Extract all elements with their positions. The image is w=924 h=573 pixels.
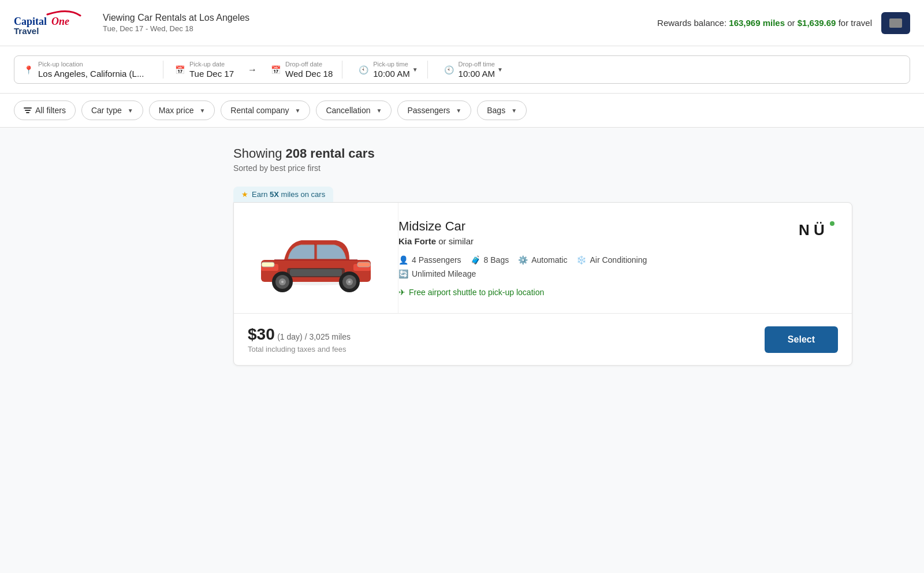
passengers-dropdown-icon: ▼ (456, 107, 461, 114)
results-count: Showing 208 rental cars (233, 146, 852, 161)
rewards-amount: $1,639.69 (798, 18, 836, 28)
dropoff-date-value: Wed Dec 18 (285, 69, 333, 79)
svg-text:Capital: Capital (14, 16, 47, 27)
svg-text:One: One (51, 16, 69, 27)
pickup-date-info: Pick-up date Tue Dec 17 (189, 61, 234, 79)
all-filters-label: All filters (35, 106, 66, 115)
passengers-button[interactable]: Passengers ▼ (397, 101, 471, 120)
rental-company-dropdown-icon: ▼ (295, 107, 301, 114)
ac-value: Air Conditioning (590, 255, 647, 265)
main-content: Showing 208 rental cars Sorted by best p… (58, 128, 866, 384)
price-block: $30 (1 day) / 3,025 miles Total includin… (248, 325, 351, 354)
filter-lines-icon (24, 107, 32, 113)
rewards-miles: 163,969 miles (729, 18, 785, 28)
svg-point-14 (281, 281, 284, 283)
dropoff-time-dropdown-icon: ▼ (497, 66, 503, 73)
cancellation-dropdown-icon: ▼ (376, 107, 382, 114)
header-title: Viewing Car Rentals at Los Angeles (103, 13, 249, 23)
results-prefix: Showing (233, 146, 286, 161)
max-price-dropdown-icon: ▼ (199, 107, 205, 114)
dropoff-time-info: Drop-off time 10:00 AM (459, 61, 495, 79)
car-details: Midsize Car Kia Forte or similar N Ü (398, 203, 852, 313)
shuttle-text: Free airport shuttle to pick-up location (409, 288, 544, 297)
mileage-value: Unlimited Mileage (412, 269, 476, 278)
pickup-location-label: Pick-up location (38, 61, 154, 68)
pickup-location-field[interactable]: 📍 Pick-up location Los Angeles, Californ… (24, 61, 163, 79)
select-button[interactable]: Select (765, 326, 838, 353)
header-dates: Tue, Dec 17 - Wed, Dec 18 (103, 24, 249, 33)
shuttle-icon: ✈ (398, 288, 405, 297)
bags-value: 8 Bags (484, 255, 509, 265)
rental-company-label: Rental company (230, 106, 289, 115)
car-type-dropdown-icon: ▼ (128, 107, 133, 114)
pickup-location-info: Pick-up location Los Angeles, California… (38, 61, 154, 79)
svg-rect-10 (290, 269, 342, 276)
header-right: Rewards balance: 163,969 miles or $1,639… (657, 12, 910, 34)
max-price-button[interactable]: Max price ▼ (149, 101, 215, 120)
dropoff-time-field[interactable]: 🕙 Drop-off time 10:00 AM ▼ (435, 61, 512, 79)
dropoff-time-label: Drop-off time (459, 61, 495, 68)
filters-bar: All filters Car type ▼ Max price ▼ Renta… (0, 94, 924, 128)
passengers-label: Passengers (407, 106, 450, 115)
clock-dropoff-icon: 🕙 (444, 65, 454, 75)
header: Capital One Travel Viewing Car Rentals a… (0, 0, 924, 46)
ac-feature: ❄️ Air Conditioning (576, 255, 647, 265)
dropoff-time-value: 10:00 AM (459, 69, 495, 79)
dropoff-date-info: Drop-off date Wed Dec 18 (285, 61, 333, 79)
car-card: Midsize Car Kia Forte or similar N Ü (233, 202, 852, 366)
calendar-dropoff-icon: 📅 (271, 65, 281, 75)
results-sort: Sorted by best price first (233, 163, 852, 173)
pickup-time-dropdown-icon: ▼ (412, 66, 418, 73)
car-header: Midsize Car Kia Forte or similar N Ü (398, 219, 838, 246)
pickup-date-field[interactable]: 📅 Pick-up date Tue Dec 17 (170, 61, 239, 79)
shuttle-note: ✈ Free airport shuttle to pick-up locati… (398, 288, 838, 297)
bags-button[interactable]: Bags ▼ (477, 101, 527, 120)
cancellation-button[interactable]: Cancellation ▼ (316, 101, 392, 120)
clock-pickup-icon: 🕙 (359, 65, 368, 75)
price-detail: (1 day) / 3,025 miles (277, 332, 351, 341)
cancellation-label: Cancellation (326, 106, 370, 115)
earn-badge-text: Earn 5X miles on cars (252, 190, 325, 199)
logo: Capital One Travel (14, 9, 89, 38)
rental-company-button[interactable]: Rental company ▼ (221, 101, 310, 120)
results-header: Showing 208 rental cars Sorted by best p… (72, 146, 852, 173)
earn-star-icon: ★ (241, 190, 248, 199)
all-filters-button[interactable]: All filters (14, 101, 76, 120)
car-type: Midsize Car (398, 219, 474, 234)
results-count-bold: 208 rental cars (286, 146, 375, 161)
price-main-line: $30 (1 day) / 3,025 miles (248, 325, 351, 344)
bags-icon: 🧳 (471, 255, 480, 265)
pickup-time-field[interactable]: 🕙 Pick-up time 10:00 AM ▼ (349, 61, 427, 79)
car-image-wrap (234, 203, 398, 313)
pickup-date-label: Pick-up date (189, 61, 234, 68)
pickup-date-value: Tue Dec 17 (189, 69, 234, 79)
svg-text:Travel: Travel (14, 26, 39, 36)
svg-text:N: N (799, 221, 809, 239)
mileage-feature: 🔄 Unlimited Mileage (398, 269, 838, 278)
dropoff-date-field[interactable]: 📅 Drop-off date Wed Dec 18 (266, 61, 342, 79)
dropoff-date-label: Drop-off date (285, 61, 333, 68)
credit-card-icon[interactable] (881, 12, 910, 34)
transmission-value: Automatic (531, 255, 567, 265)
rewards-balance: Rewards balance: 163,969 miles or $1,639… (657, 18, 872, 28)
earn-badge-wrap: ★ Earn 5X miles on cars (233, 187, 852, 202)
car-model-bold: Kia Forte (398, 236, 436, 246)
passengers-icon: 👤 (398, 255, 408, 265)
price-taxes-line: Total including taxes and fees (248, 345, 351, 354)
price-value: $30 (248, 325, 275, 343)
search-fields-container: 📍 Pick-up location Los Angeles, Californ… (14, 55, 910, 84)
car-image (252, 218, 379, 299)
arrow-between-dates-icon: → (245, 65, 259, 75)
car-model: Kia Forte or similar (398, 236, 474, 246)
header-left: Capital One Travel Viewing Car Rentals a… (14, 9, 249, 38)
car-type-button[interactable]: Car type ▼ (81, 101, 143, 120)
svg-rect-7 (262, 262, 274, 267)
svg-point-23 (830, 221, 834, 226)
ac-icon: ❄️ (576, 255, 586, 265)
car-title-block: Midsize Car Kia Forte or similar (398, 219, 474, 246)
header-info: Viewing Car Rentals at Los Angeles Tue, … (103, 13, 249, 33)
svg-point-18 (348, 281, 351, 283)
card-chip (889, 18, 902, 28)
svg-rect-8 (357, 262, 370, 267)
bags-dropdown-icon: ▼ (511, 107, 517, 114)
